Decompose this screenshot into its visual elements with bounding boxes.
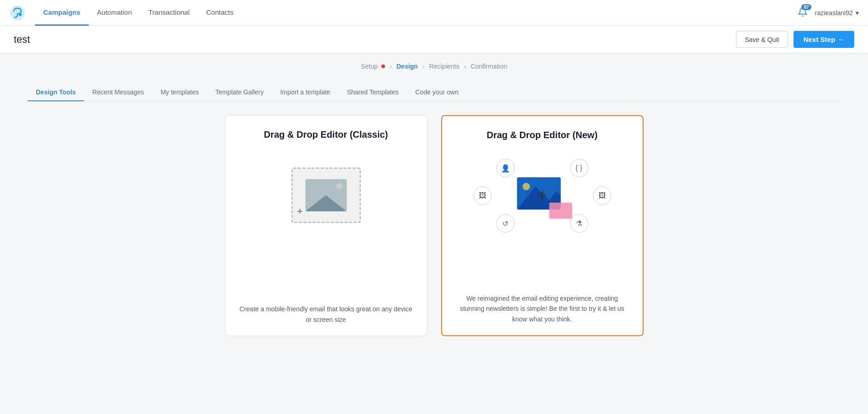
campaign-title: test — [14, 34, 30, 46]
nav-campaigns[interactable]: Campaigns — [35, 0, 89, 26]
mountain-icon — [305, 195, 347, 211]
plus-icon: + — [297, 205, 303, 217]
classic-card-description: Create a mobile-friendly email that look… — [239, 304, 413, 325]
nav-transactional[interactable]: Transactional — [140, 0, 198, 26]
new-card-description: We reimagined the email editing experien… — [456, 293, 629, 324]
setup-dot — [381, 64, 385, 68]
editor-cards-area: Drag & Drop Editor (Classic) + Create a … — [0, 101, 868, 350]
orbit-code-icon: { } — [570, 159, 588, 177]
tab-code-your-own[interactable]: Code your own — [407, 84, 467, 101]
new-editor-card[interactable]: Drag & Drop Editor (New) 👤 🖼 ↺ { } 🖼 ⚗ — [441, 115, 644, 336]
notification-count: 87 — [801, 4, 811, 10]
notification-bell[interactable]: 87 — [798, 7, 808, 19]
orbit-history-icon: ↺ — [496, 214, 515, 233]
step-setup: Setup — [361, 63, 385, 70]
new-illus-center-card: ✛ — [517, 177, 568, 214]
progress-breadcrumb: Setup › Design › Recipients › Confirmati… — [0, 53, 868, 75]
topnav-right: 87 razieaslani92 ▾ — [798, 7, 859, 19]
nav-automation[interactable]: Automation — [89, 0, 140, 26]
arrow-3: › — [464, 63, 466, 70]
tab-my-templates[interactable]: My templates — [152, 84, 207, 101]
orbit-image-icon: 🖼 — [473, 187, 492, 205]
nav-contacts[interactable]: Contacts — [198, 0, 241, 26]
move-cursor-icon: ✛ — [538, 190, 546, 202]
tab-shared-templates[interactable]: Shared Templates — [339, 84, 407, 101]
arrow-2: › — [422, 63, 425, 70]
design-tabs-wrapper: Design Tools Recent Messages My template… — [0, 75, 868, 101]
subheader-actions: Save & Quit Next Step → — [736, 31, 854, 48]
top-navigation: Campaigns Automation Transactional Conta… — [0, 0, 868, 26]
username: razieaslani92 — [815, 9, 853, 17]
user-menu[interactable]: razieaslani92 ▾ — [815, 9, 859, 17]
classic-editor-card[interactable]: Drag & Drop Editor (Classic) + Create a … — [225, 115, 427, 336]
app-logo[interactable] — [9, 5, 26, 21]
step-confirmation: Confirmation — [471, 63, 507, 70]
step-design: Design — [397, 63, 418, 70]
tab-import-template[interactable]: Import a template — [272, 84, 339, 101]
orbit-lab-icon: ⚗ — [570, 214, 588, 233]
classic-illustration: + — [280, 158, 372, 232]
arrow-1: › — [390, 63, 392, 70]
tab-recent-messages[interactable]: Recent Messages — [84, 84, 152, 101]
design-tabs: Design Tools Recent Messages My template… — [28, 84, 840, 101]
user-dropdown-icon: ▾ — [856, 9, 859, 17]
classic-card-title: Drag & Drop Editor (Classic) — [264, 129, 388, 140]
new-illus-card-pink — [549, 203, 572, 219]
new-illustration: 👤 🖼 ↺ { } 🖼 ⚗ ✛ — [464, 154, 621, 237]
nav-links: Campaigns Automation Transactional Conta… — [35, 0, 241, 26]
svg-point-3 — [523, 183, 530, 190]
new-card-title: Drag & Drop Editor (New) — [487, 130, 598, 140]
sun-icon — [336, 183, 342, 189]
tab-design-tools[interactable]: Design Tools — [28, 84, 84, 101]
step-recipients: Recipients — [429, 63, 459, 70]
orbit-image2-icon: 🖼 — [593, 187, 611, 205]
classic-frame: + — [292, 168, 361, 223]
classic-image — [305, 179, 347, 211]
tab-template-gallery[interactable]: Template Gallery — [207, 84, 272, 101]
subheader: test Save & Quit Next Step → — [0, 26, 868, 53]
next-step-button[interactable]: Next Step → — [793, 31, 854, 48]
save-quit-button[interactable]: Save & Quit — [736, 31, 788, 48]
svg-point-0 — [19, 13, 22, 16]
orbit-person-icon: 👤 — [496, 159, 515, 177]
